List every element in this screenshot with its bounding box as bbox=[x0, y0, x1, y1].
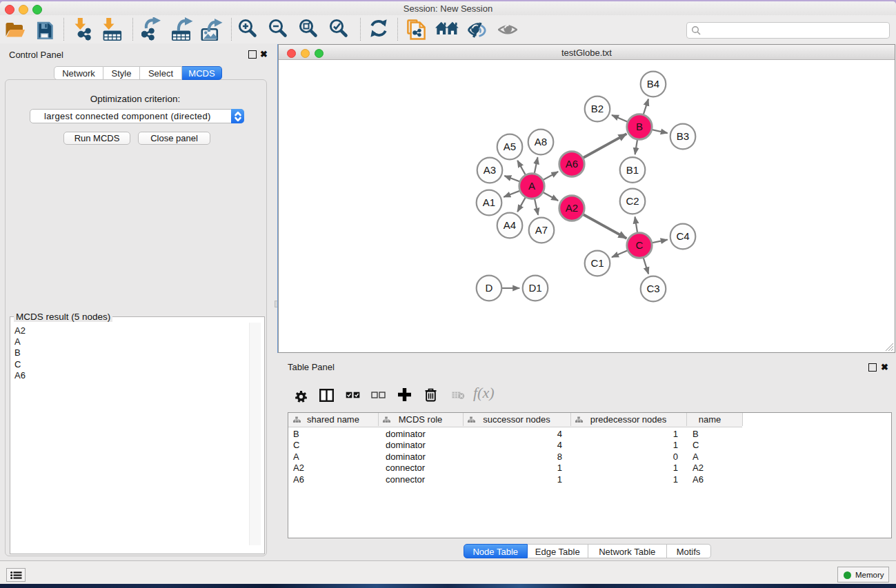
svg-text:C: C bbox=[636, 239, 644, 251]
svg-text:C2: C2 bbox=[626, 195, 639, 207]
svg-text:A8: A8 bbox=[535, 136, 547, 148]
svg-text:D1: D1 bbox=[528, 282, 541, 294]
svg-text:B2: B2 bbox=[591, 103, 604, 114]
svg-text:B: B bbox=[636, 121, 643, 132]
svg-text:B4: B4 bbox=[647, 78, 659, 90]
svg-text:A2: A2 bbox=[566, 202, 578, 214]
svg-text:C1: C1 bbox=[590, 257, 604, 269]
svg-text:A6: A6 bbox=[566, 158, 578, 170]
svg-text:B3: B3 bbox=[677, 130, 689, 142]
svg-text:B1: B1 bbox=[626, 164, 639, 176]
svg-text:A: A bbox=[528, 180, 535, 192]
svg-text:D: D bbox=[486, 282, 493, 294]
svg-text:C3: C3 bbox=[646, 283, 659, 294]
svg-text:A1: A1 bbox=[483, 196, 495, 208]
svg-text:A3: A3 bbox=[484, 164, 496, 176]
svg-text:A7: A7 bbox=[535, 224, 548, 236]
svg-text:C4: C4 bbox=[676, 230, 689, 242]
svg-text:A4: A4 bbox=[504, 219, 516, 231]
svg-text:A5: A5 bbox=[504, 141, 516, 152]
